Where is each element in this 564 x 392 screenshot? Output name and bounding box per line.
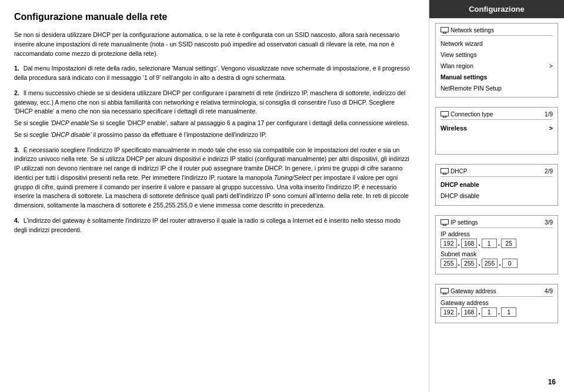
gateway-panel: Gateway address 4/9 Gateway address 192 …	[435, 284, 558, 323]
network-settings-panel-header: Network settings	[440, 27, 553, 36]
gateway-seg-1: 192	[440, 307, 457, 317]
gateway-number: 4/9	[545, 288, 553, 294]
subnet-row: 255 . 255 . 255 . 0	[440, 259, 553, 268]
ip-settings-title: IP settings	[450, 219, 478, 226]
dhcp-enable-ref: 'DHCP enable'	[51, 119, 91, 126]
svg-rect-12	[441, 220, 449, 225]
ip-panel-header: IP settings 3/9	[440, 219, 553, 228]
ip-settings-number: 3/9	[545, 219, 553, 226]
ip-seg-4: 25	[501, 239, 516, 248]
ip-seg-2: 168	[461, 239, 478, 248]
dhcp-enable: DHCP enable	[440, 179, 553, 190]
section-1-paragraph-1: Dal menu Impostazioni di rete della radi…	[14, 65, 410, 81]
section-2-paragraph-1: Il menu successivo chiede se si desidera…	[14, 89, 405, 115]
monitor-icon-ip	[440, 219, 449, 226]
ip-seg-1: 192	[440, 239, 457, 248]
monitor-icon-gateway	[440, 288, 449, 294]
svg-rect-8	[441, 169, 449, 173]
panel-header-left: Network settings	[440, 27, 494, 33]
menu-item-netremote-pin: NetRemote PIN Setup	[440, 83, 553, 94]
svg-rect-0	[441, 28, 449, 32]
dhcp-body: DHCP enable DHCP disable	[440, 179, 553, 202]
svg-rect-4	[441, 112, 449, 116]
section-2-p2-text: Se si sceglie 'DHCP enable', saltare al …	[91, 119, 409, 126]
dhcp-number: 2/9	[545, 168, 553, 175]
section-2-text: 2. Il menu successivo chiede se si desid…	[14, 89, 415, 116]
network-settings-body: Network wizard View settings Wlan region…	[440, 38, 553, 93]
dhcp-title: DHCP	[450, 168, 467, 175]
monitor-icon-dhcp	[440, 168, 449, 175]
section-1-text: 1. Dal menu Impostazioni di rete della r…	[14, 64, 415, 83]
dhcp-disable-ref: 'DHCP disable'	[51, 131, 92, 138]
menu-item-view-settings: View settings	[440, 49, 553, 61]
svg-rect-16	[441, 289, 449, 293]
section-2-number: 2.	[14, 89, 19, 96]
gateway-label: Gateway address	[440, 299, 553, 306]
section-1-number: 1.	[14, 65, 19, 72]
subnet-seg-3: 255	[482, 259, 498, 268]
sidebar-header: Configurazione	[429, 0, 564, 18]
menu-item-wlan-region: Wlan region >	[440, 61, 553, 72]
subnet-seg-4: 0	[502, 259, 518, 268]
gateway-seg-2: 168	[461, 307, 478, 317]
gateway-header-left: Gateway address	[440, 288, 496, 294]
connection-type-number: 1/9	[545, 111, 553, 118]
monitor-icon	[440, 27, 449, 33]
section-4-number: 4.	[14, 217, 19, 224]
section-4-paragraph-1: L'indirizzo del gateway è solitamente l'…	[14, 217, 401, 233]
network-settings-title: Network settings	[450, 27, 494, 33]
menu-item-manual-settings: Manual settings	[440, 72, 553, 83]
connection-type-panel: Connection type 1/9 Wireless >	[435, 107, 558, 155]
section-4: 4. L'indirizzo del gateway è solitamente…	[14, 216, 415, 235]
right-sidebar: Configurazione Network settings Network …	[429, 0, 564, 392]
section-3-text: 3. È necessario scegliere l'indirizzo IP…	[14, 146, 415, 210]
gateway-row: 192 . 168 . 1 . 1	[440, 307, 553, 317]
connection-type-value: Wireless	[440, 125, 467, 132]
connection-spacer	[440, 133, 553, 150]
page-title: Configurazione manuale della rete	[14, 12, 415, 22]
section-4-text: 4. L'indirizzo del gateway è solitamente…	[14, 216, 415, 235]
dhcp-header-left: DHCP	[440, 168, 467, 175]
subnet-seg-2: 255	[461, 259, 478, 268]
ip-address-row: 192 . 168 . 1 . 25	[440, 239, 553, 248]
subnet-seg-1: 255	[440, 259, 457, 268]
section-2-paragraph-3: Se si sceglie 'DHCP disable' il prossimo…	[14, 130, 415, 140]
connection-type-header: Connection type 1/9	[440, 111, 553, 120]
gateway-seg-3: 1	[482, 307, 497, 317]
page-number: 16	[548, 378, 556, 386]
section-2: 2. Il menu successivo chiede se si desid…	[14, 89, 415, 140]
monitor-icon-connection	[440, 111, 449, 118]
ip-seg-3: 1	[482, 239, 497, 248]
ip-header-left: IP settings	[440, 219, 478, 226]
ip-settings-panel: IP settings 3/9 IP address 192 . 168 . 1…	[435, 215, 558, 274]
intro-text: Se non si desidera utilizzare DHCP per l…	[14, 31, 415, 58]
connection-type-arrow: >	[549, 125, 553, 132]
dhcp-panel-header: DHCP 2/9	[440, 168, 553, 177]
subnet-label: Subnet mask	[440, 250, 553, 257]
ip-address-label: IP address	[440, 230, 553, 237]
gateway-title: Gateway address	[450, 288, 496, 294]
dhcp-disable: DHCP disable	[440, 190, 553, 202]
section-3-number: 3.	[14, 146, 19, 153]
section-3-paragraph-1: È necessario scegliere l'indirizzo IP sp…	[14, 146, 409, 209]
connection-type-label: Connection type	[450, 111, 493, 118]
gateway-panel-header: Gateway address 4/9	[440, 288, 553, 297]
dhcp-panel: DHCP 2/9 DHCP enable DHCP disable	[435, 164, 558, 206]
gateway-seg-4: 1	[501, 307, 516, 317]
network-settings-panel: Network settings Network wizard View set…	[435, 23, 558, 98]
left-content: Configurazione manuale della rete Se non…	[0, 0, 429, 392]
section-2-paragraph-2: Se si sceglie 'DHCP enable'Se si sceglie…	[14, 119, 415, 128]
connection-header-left: Connection type	[440, 111, 493, 118]
connection-type-row: Wireless >	[440, 123, 553, 133]
section-3: 3. È necessario scegliere l'indirizzo IP…	[14, 146, 415, 210]
section-1: 1. Dal menu Impostazioni di rete della r…	[14, 64, 415, 83]
menu-item-network-wizard: Network wizard	[440, 38, 553, 49]
